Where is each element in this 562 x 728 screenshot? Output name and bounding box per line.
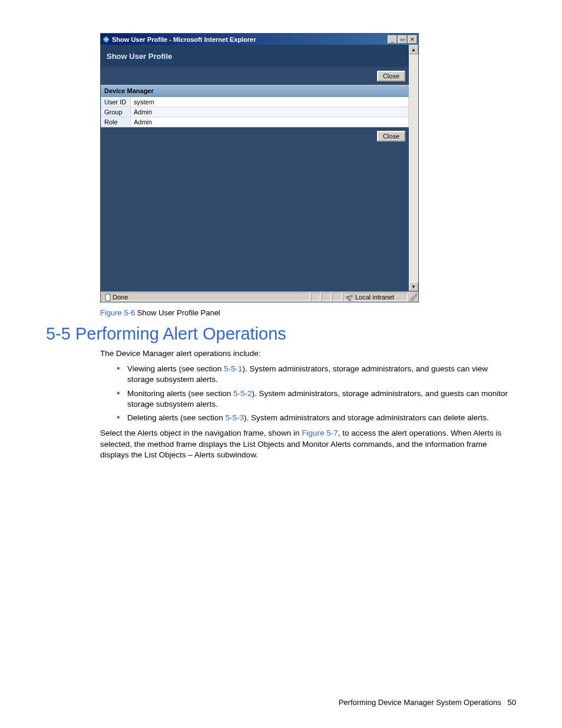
row-value: Admin — [131, 107, 409, 117]
paragraph: Select the Alerts object in the navigati… — [100, 428, 516, 460]
bullet-pre: Deleting alerts (see section — [127, 413, 226, 422]
window-buttons: _ ▭ ✕ — [388, 35, 417, 44]
list-item: Viewing alerts (see section 5-5-1). Syst… — [115, 364, 516, 385]
security-zone: Local intranet — [343, 292, 408, 301]
list-item: Deleting alerts (see section 5-5-3). Sys… — [115, 413, 516, 423]
list-item: Monitoring alerts (see section 5-5-2). S… — [115, 388, 516, 410]
bullet-pre: Viewing alerts (see section — [127, 364, 224, 373]
row-value: Admin — [131, 117, 409, 127]
footer-text: Performing Device Manager System Operati… — [339, 698, 501, 707]
intro-paragraph: The Device Manager alert operations incl… — [100, 348, 516, 359]
scroll-up-icon[interactable]: ▲ — [409, 45, 418, 54]
table-row: Group Admin — [101, 107, 409, 117]
profile-header-text: Show User Profile — [107, 52, 172, 61]
content-pane: Show User Profile Close Device Manager U… — [101, 45, 409, 291]
close-button-top[interactable]: Close — [377, 71, 405, 81]
section-link[interactable]: 5-5-1 — [224, 364, 243, 373]
zone-text: Local intranet — [355, 294, 394, 301]
window-title: Show User Profile - Microsoft Internet E… — [112, 36, 388, 43]
bullet-post: ). System administrators and storage adm… — [244, 413, 489, 422]
page-footer: Performing Device Manager System Operati… — [339, 698, 516, 707]
figure-link[interactable]: Figure 5-7 — [302, 429, 338, 437]
intranet-icon — [345, 294, 353, 301]
row-value: system — [131, 97, 409, 107]
section-link[interactable]: 5-5-2 — [233, 389, 252, 398]
para-pre: Select the Alerts object in the navigati… — [100, 429, 302, 437]
body-text: The Device Manager alert operations incl… — [100, 348, 516, 460]
section-header: Device Manager — [101, 85, 409, 97]
page-icon — [104, 294, 113, 301]
svg-rect-1 — [105, 294, 110, 301]
row-label: User ID — [101, 97, 131, 107]
table-row: Role Admin — [101, 117, 409, 127]
section-link[interactable]: 5-5-3 — [226, 413, 244, 422]
status-cell — [322, 292, 331, 301]
table-row: User ID system — [101, 97, 409, 107]
scroll-down-icon[interactable]: ▼ — [409, 282, 418, 291]
status-cell — [332, 292, 342, 301]
bullet-list: Viewing alerts (see section 5-5-1). Syst… — [115, 364, 516, 423]
titlebar: Show User Profile - Microsoft Internet E… — [101, 34, 418, 45]
status-left: Done — [102, 292, 310, 301]
section-heading: 5-5 Performing Alert Operations — [46, 324, 516, 344]
bullet-pre: Monitoring alerts (see section — [127, 389, 233, 398]
page-number: 50 — [508, 698, 516, 707]
figure-caption: Figure 5-6 Show User Profile Panel — [100, 308, 516, 317]
resize-grip-icon[interactable] — [409, 293, 417, 301]
status-text: Done — [113, 294, 128, 301]
row-label: Role — [101, 117, 131, 127]
scroll-track[interactable] — [409, 54, 418, 282]
minimize-button[interactable]: _ — [388, 35, 397, 44]
ie-logo-icon — [102, 35, 110, 44]
close-button-bottom[interactable]: Close — [377, 131, 405, 141]
maximize-button[interactable]: ▭ — [398, 35, 407, 44]
close-window-button[interactable]: ✕ — [408, 35, 417, 44]
ie-window: Show User Profile - Microsoft Internet E… — [100, 33, 419, 302]
status-cell — [311, 292, 320, 301]
profile-table: User ID system Group Admin Role Admin — [101, 97, 409, 127]
profile-header: Show User Profile — [101, 45, 409, 67]
caption-text: Show User Profile Panel — [135, 308, 220, 317]
status-bar: Done Local intranet — [101, 291, 418, 302]
caption-ref: Figure 5-6 — [100, 308, 135, 317]
vertical-scrollbar[interactable]: ▲ ▼ — [409, 45, 418, 291]
row-label: Group — [101, 107, 131, 117]
